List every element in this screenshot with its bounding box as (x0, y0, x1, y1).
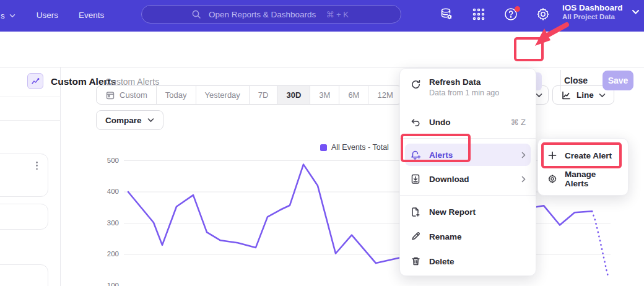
y-axis-tick: 500 (97, 157, 119, 164)
y-axis-tick: 300 (97, 219, 119, 227)
menu-divider (400, 138, 536, 139)
legend-label: All Events - Total (331, 143, 389, 152)
top-navigation-bar: s Users Events Open Reports & Dashboards… (0, 0, 644, 32)
breadcrumb: Custom Alerts (105, 77, 159, 87)
chart-legend: All Events - Total (320, 143, 389, 152)
apps-grid-icon (472, 7, 485, 21)
menu-item-delete[interactable]: Delete (400, 250, 536, 272)
refresh-icon (410, 79, 421, 90)
menu-item-new-report[interactable]: New Report (400, 201, 536, 223)
menu-item-download[interactable]: Download (400, 168, 536, 190)
search-input[interactable]: Open Reports & Dashboards ⌘ + K (141, 5, 401, 24)
range-7d[interactable]: 7D (250, 86, 278, 104)
range-30d[interactable]: 30D (277, 86, 310, 104)
range-6m[interactable]: 6M (339, 86, 368, 104)
help-button[interactable] (503, 6, 519, 22)
y-axis-tick: 200 (97, 250, 119, 258)
y-axis-tick: 400 (97, 188, 119, 195)
bell-plus-icon (410, 150, 421, 160)
project-scope: All Project Data (562, 13, 623, 20)
nav-item-truncated[interactable]: s (1, 11, 15, 20)
menu-item-sublabel: Data from 1 min ago (429, 89, 499, 97)
chevron-down-icon (536, 93, 542, 98)
project-name: iOS Dashboard (562, 3, 623, 12)
sidebar-card[interactable] (0, 204, 48, 230)
undo-icon (410, 118, 421, 127)
nav-item-events[interactable]: Events (79, 11, 104, 21)
range-3m[interactable]: 3M (310, 86, 339, 104)
report-header: Custom Alerts Custom Alerts GV Duplicate… (0, 32, 644, 67)
search-shortcut: ⌘ + K (326, 10, 349, 19)
download-icon (410, 174, 421, 184)
range-today[interactable]: Today (157, 86, 196, 104)
menu-item-undo[interactable]: Undo ⌘ Z (400, 111, 536, 133)
menu-item-refresh-data[interactable]: Refresh Data Data from 1 min ago (400, 74, 536, 104)
save-button[interactable]: Save (603, 71, 633, 90)
header-divider (560, 70, 561, 92)
new-report-icon (410, 207, 421, 217)
menu-item-rename[interactable]: Rename (400, 225, 536, 248)
apps-grid-button[interactable] (471, 6, 487, 22)
chevron-right-icon (521, 176, 526, 183)
search-icon (191, 9, 201, 19)
line-chart-icon (561, 90, 572, 100)
project-switcher[interactable]: iOS Dashboard All Project Data (562, 3, 640, 20)
menu-shortcut: ⌘ Z (510, 118, 526, 127)
sidebar-divider (0, 120, 61, 121)
sidebar-card[interactable] (0, 154, 48, 197)
sidebar-divider (0, 97, 61, 97)
nav-item-users[interactable]: Users (37, 11, 58, 21)
context-menu: Refresh Data Data from 1 min ago Undo ⌘ … (399, 68, 536, 276)
close-button[interactable]: Close (564, 76, 588, 85)
menu-item-alerts[interactable]: Alerts (405, 144, 531, 166)
board-icon (27, 73, 43, 89)
date-range-control: Custom Today Yesterday 7D 30D 3M 6M 12M (96, 85, 402, 105)
compare-button[interactable]: Compare (96, 110, 163, 130)
chevron-down-icon (9, 14, 15, 18)
trash-icon (410, 256, 421, 266)
range-12m[interactable]: 12M (368, 86, 401, 104)
app-window: 500400300200100 All Events - Total Custo… (0, 0, 644, 286)
search-placeholder: Open Reports & Dashboards (209, 10, 316, 19)
submenu-item-manage-alerts[interactable]: Manage Alerts (538, 167, 628, 191)
database-icon (439, 7, 454, 22)
settings-button[interactable] (535, 6, 551, 22)
plus-icon (547, 151, 557, 160)
legend-swatch-icon (320, 144, 327, 151)
calendar-icon (105, 90, 115, 100)
left-sidebar (0, 67, 61, 286)
sidebar-card[interactable] (0, 264, 48, 286)
y-axis-tick: 100 (97, 282, 119, 286)
kebab-menu-icon[interactable] (36, 162, 38, 170)
submenu-item-create-alert[interactable]: Create Alert (538, 144, 628, 167)
gear-icon (547, 174, 557, 184)
gear-icon (536, 7, 550, 22)
menu-divider (400, 195, 536, 196)
chevron-down-icon (599, 93, 606, 98)
range-custom[interactable]: Custom (97, 86, 157, 104)
range-yesterday[interactable]: Yesterday (196, 86, 250, 104)
chevron-down-icon (147, 118, 154, 123)
chevron-right-icon (521, 152, 526, 158)
notification-dot (515, 6, 520, 12)
data-management-button[interactable] (438, 6, 455, 22)
chevron-down-icon (632, 9, 640, 15)
alerts-submenu: Create Alert Manage Alerts (537, 138, 629, 196)
pencil-icon (410, 232, 421, 241)
